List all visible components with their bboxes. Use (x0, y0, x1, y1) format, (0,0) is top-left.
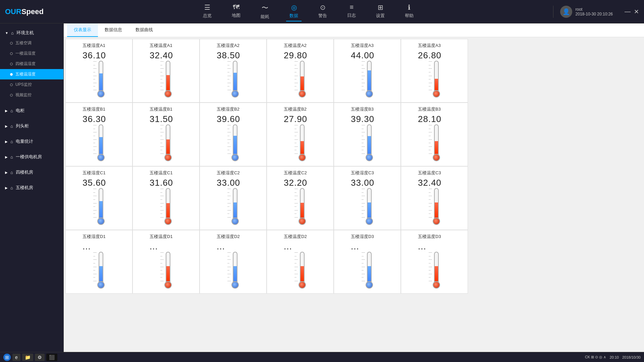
alarm-icon: ⊙ (320, 3, 326, 11)
nav-log[interactable]: ≡ 日志 (344, 2, 359, 21)
thermometer-3-0 (97, 252, 105, 289)
nav-map[interactable]: 🗺 地图 (228, 2, 244, 21)
thermometer-2-4 (366, 188, 373, 225)
thermo-tube-3-1 (166, 252, 170, 282)
gauge-cell-3-3[interactable]: 五楼温度D2 ... (267, 230, 334, 294)
sidebar-item-ups[interactable]: UPS监控 (0, 79, 63, 90)
folder-button[interactable]: 📁 (22, 354, 33, 361)
thermo-tube-1-0 (99, 124, 103, 155)
thermo-tube-1-2 (233, 124, 237, 155)
close-button[interactable]: ✕ (634, 8, 639, 15)
terminal-button[interactable]: ⬛ (46, 354, 57, 361)
thermo-tube-3-0 (99, 252, 103, 282)
gauge-title-0-5: 五楼温度A3 (418, 43, 441, 49)
gauge-cell-1-4[interactable]: 五楼湿度B3 39.30 (334, 103, 401, 166)
sidebar-group-row-cabinet-label: 列头柜 (16, 123, 29, 129)
gauge-value-3-0: ... (83, 241, 91, 252)
thermo-tube-2-3 (300, 188, 305, 218)
arrow-right-icon4: ▶ (5, 155, 8, 159)
sidebar-item-temp5f[interactable]: 五楼温湿度 (0, 69, 63, 79)
sidebar-group-power-stats-header[interactable]: ▶ ⌂ 电量统计 (0, 136, 63, 146)
gauge-cell-1-1[interactable]: 五楼温度B1 31.50 (132, 103, 200, 166)
minimize-button[interactable]: — (625, 8, 631, 15)
nav-overview[interactable]: ☰ 总览 (200, 2, 215, 21)
sidebar-item-video[interactable]: 视频监控 (0, 90, 63, 100)
nav-alarm[interactable]: ⊙ 警告 (315, 2, 330, 21)
thermo-tube-0-1 (166, 61, 170, 91)
gauge-cell-3-2[interactable]: 五楼湿度D2 ... (200, 230, 267, 294)
sidebar-group-1f-power-header[interactable]: ▶ ⌂ 一楼供电机房 (0, 152, 63, 162)
thermometer-3-3 (299, 252, 306, 289)
taskbar-date: 2018/10/30 (622, 355, 641, 359)
gauge-value-3-1: ... (150, 241, 158, 252)
thermometer-0-3 (299, 61, 306, 98)
gauge-cell-1-2[interactable]: 五楼湿度B2 39.60 (200, 103, 267, 166)
nav-bar: ☰ 总览 🗺 地图 〜 能耗 ◎ 数据 ⊙ 警告 ≡ 日志 ⊞ 设置 ℹ 帮助 (64, 2, 553, 21)
gauge-cell-2-4[interactable]: 五楼湿度C3 33.00 (334, 166, 401, 230)
thermo-fill-0-4 (368, 70, 371, 90)
gauge-cell-3-1[interactable]: 五楼温度D1 ... (132, 230, 200, 294)
gauge-cell-0-1[interactable]: 五楼温度A1 32.40 (132, 39, 200, 103)
sidebar-group-5f-room-header[interactable]: ▶ ⌂ 五楼机房 (0, 183, 63, 193)
tab-data-curve[interactable]: 数据曲线 (129, 23, 160, 37)
gauge-grid: 五楼湿度A1 36.10 (64, 37, 644, 352)
start-button[interactable]: ⊞ (3, 354, 11, 361)
nav-data[interactable]: ◎ 数据 (286, 2, 302, 21)
sidebar-item-video-label: 视频监控 (15, 92, 32, 98)
gauge-value-2-0: 35.60 (83, 178, 106, 188)
gauge-cell-3-0[interactable]: 五楼湿度D1 ... (65, 230, 132, 294)
dev-button[interactable]: ⚙ (35, 354, 45, 361)
gauge-cell-1-3[interactable]: 五楼温度B2 27.90 (267, 103, 334, 166)
gauge-cell-2-5[interactable]: 五楼温度C3 32.40 (401, 166, 468, 230)
gauge-cell-1-0[interactable]: 五楼湿度B1 36.30 (65, 103, 132, 166)
thermo-bulb-0-4 (366, 90, 373, 98)
sidebar: ▼ ⌂ 环境主机 五楼空调 一楼温湿度 四楼温湿度 五楼温湿度 (0, 23, 64, 352)
sidebar-group-4f-room-header[interactable]: ▶ ⌂ 四楼机房 (0, 167, 63, 177)
gauge-cell-0-3[interactable]: 五楼温度A2 29.80 (267, 39, 334, 103)
sidebar-item-ac5f[interactable]: 五楼空调 (0, 38, 63, 48)
gauge-cell-0-0[interactable]: 五楼湿度A1 36.10 (65, 39, 132, 103)
gauge-cell-2-3[interactable]: 五楼温度C2 32.20 (267, 166, 334, 230)
gauge-cell-3-5[interactable]: 五楼温度D3 ... (401, 230, 468, 294)
gauge-value-0-3: 29.80 (284, 50, 307, 61)
thermo-tube-2-0 (99, 188, 103, 218)
thermo-tube-3-2 (233, 252, 237, 282)
thermo-fill-0-1 (166, 75, 170, 90)
thermo-tube-3-3 (300, 252, 305, 282)
sidebar-item-temp1f[interactable]: 一楼温湿度 (0, 48, 63, 59)
gauge-row-0: 五楼湿度A1 36.10 (65, 39, 642, 103)
thermo-bulb-2-5 (433, 218, 440, 225)
gauge-title-3-0: 五楼湿度D1 (83, 234, 106, 240)
thermo-tube-0-0 (99, 61, 103, 91)
overview-icon: ☰ (204, 3, 210, 11)
thermo-fill-1-5 (435, 141, 438, 154)
sidebar-item-temp4f[interactable]: 四楼温湿度 (0, 59, 63, 69)
tab-data-info[interactable]: 数据信息 (98, 23, 129, 37)
gauge-cell-3-4[interactable]: 五楼湿度D3 ... (334, 230, 401, 294)
gauge-cell-0-2[interactable]: 五楼湿度A2 38.50 (200, 39, 267, 103)
thermometer-0-2 (231, 61, 239, 98)
thermo-bulb-0-5 (433, 90, 440, 98)
gauge-cell-1-5[interactable]: 五楼温度B3 28.10 (401, 103, 468, 166)
content-area: 仪表显示 数据信息 数据曲线 五楼湿度A1 36.10 (64, 23, 644, 352)
thermo-bulb-3-3 (299, 281, 306, 289)
gauge-cell-2-2[interactable]: 五楼湿度C2 33.00 (200, 166, 267, 230)
sidebar-group-row-cabinet-header[interactable]: ▶ ⌂ 列头柜 (0, 121, 63, 131)
gauge-cell-2-1[interactable]: 五楼温度C1 31.60 (132, 166, 200, 230)
ie-button[interactable]: e (12, 354, 20, 361)
thermometer-1-3 (299, 124, 306, 161)
thermo-fill-3-2 (233, 266, 237, 281)
gauge-cell-0-5[interactable]: 五楼温度A3 26.80 (401, 39, 468, 103)
nav-help[interactable]: ℹ 帮助 (401, 2, 417, 21)
taskbar-left: ⊞ e 📁 ⚙ ⬛ (3, 354, 57, 361)
tab-gauge[interactable]: 仪表显示 (67, 23, 98, 37)
thermometer-1-4 (366, 124, 373, 161)
nav-energy[interactable]: 〜 能耗 (257, 2, 273, 21)
nav-settings[interactable]: ⊞ 设置 (373, 2, 388, 21)
gauge-cell-2-0[interactable]: 五楼湿度C1 35.60 (65, 166, 132, 230)
gauge-cell-0-4[interactable]: 五楼湿度A3 44.00 (334, 39, 401, 103)
thermo-bulb-1-3 (299, 154, 306, 161)
sidebar-group-elec-cabinet-header[interactable]: ▶ ⌂ 电柜 (0, 106, 63, 116)
sidebar-group-env-host-header[interactable]: ▼ ⌂ 环境主机 (0, 28, 63, 38)
thermo-tube-2-4 (367, 188, 372, 218)
